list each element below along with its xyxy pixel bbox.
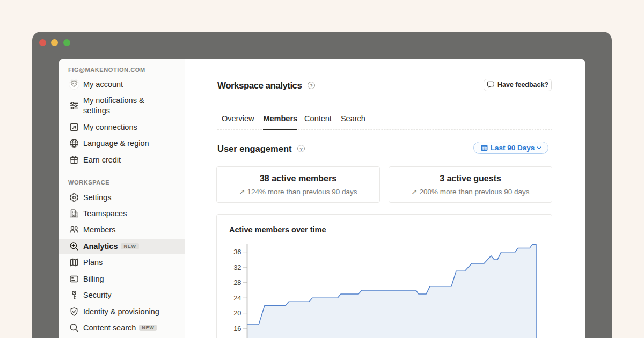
svg-text:24: 24 [233, 294, 241, 302]
svg-text:16: 16 [233, 325, 241, 333]
svg-text:32: 32 [233, 263, 241, 271]
svg-text:36: 36 [233, 248, 241, 256]
svg-text:28: 28 [233, 278, 241, 286]
svg-text:20: 20 [233, 309, 241, 317]
